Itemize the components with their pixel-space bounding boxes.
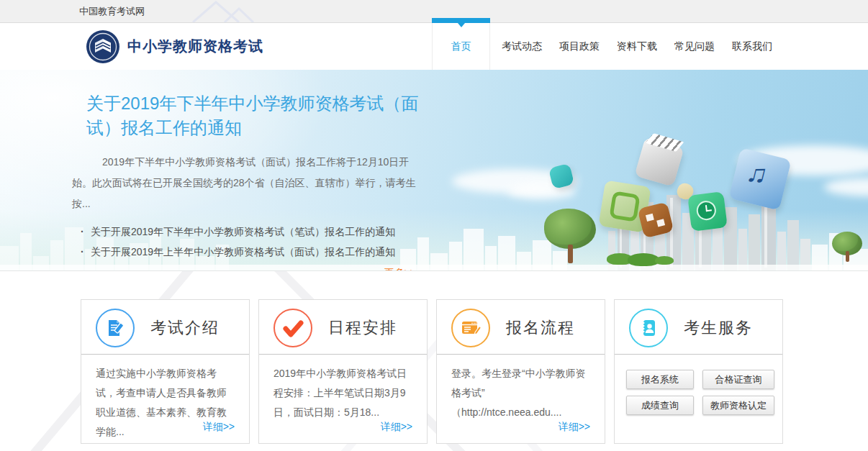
card-body: 2019年中小学教师资格考试日程安排：上半年笔试日期3月9日，面试日期：5月18… [273,364,412,422]
cards-section: 考试介绍 通过实施中小学教师资格考试，考查申请人是否具备教师职业道德、基本素养、… [0,271,868,451]
card-schedule: 日程安排 2019年中小学教师资格考试日程安排：上半年笔试日期3月9日，面试日期… [258,299,428,444]
card-title: 考生服务 [684,317,753,339]
hero-notice-title[interactable]: 关于2019年下半年中小学教师资格考试（面试）报名工作的通知 [86,91,438,140]
mountain-watermark-icon [187,0,273,22]
notice-list: 关于开展2019年下半年中小学教师资格考试（笔试）报名工作的通知 关于开展201… [81,222,416,262]
nav-item-home[interactable]: 首页 [432,23,490,70]
divider [437,354,605,355]
document-pen-icon [96,309,135,347]
nav-item-downloads[interactable]: 资料下载 [617,23,657,70]
brand-title: 中小学教师资格考试 [127,37,263,56]
brand[interactable]: 中小学教师资格考试 [86,23,263,70]
card-head: 报名流程 [437,300,605,347]
card-title: 考试介绍 [150,317,220,339]
main-nav: 首页 考试动态 项目政策 资料下载 常见问题 联系我们 [432,23,772,70]
card-exam-intro: 考试介绍 通过实施中小学教师资格考试，考查申请人是否具备教师职业道德、基本素养、… [81,299,250,444]
notice-link[interactable]: 关于开展2019年上半年中小学教师资格考试（面试）报名工作的通知 [81,242,416,262]
divider [259,354,427,355]
detail-link[interactable]: 详细>> [203,421,235,434]
certificate-query-button[interactable]: 合格证查询 [702,370,774,389]
nav-item-exam-news[interactable]: 考试动态 [502,23,542,70]
checkmark-icon [273,309,312,347]
divider [615,354,782,355]
card-title: 报名流程 [506,317,575,339]
detail-link[interactable]: 详细>> [381,421,412,434]
card-head: 日程安排 [259,300,427,347]
header: 中小学教师资格考试 首页 考试动态 项目政策 资料下载 常见问题 联系我们 [0,23,868,70]
hero-content: 关于2019年下半年中小学教师资格考试（面试）报名工作的通知 2019年下半年中… [72,91,416,271]
floating-cube-piano [634,137,684,186]
hero-summary: 2019年下半年中小学教师资格考试（面试）报名工作将于12月10日开始。此次面试… [72,152,416,214]
notice-link[interactable]: 关于开展2019年下半年中小学教师资格考试（笔试）报名工作的通知 [81,222,416,242]
hero-banner: ♫ 关于2019年下半年中小学教师资格考试（面试）报名工作的通知 2019年下半… [0,70,868,271]
nav-item-project-policy[interactable]: 项目政策 [559,23,600,70]
card-signup-flow: 报名流程 登录。考生登录“中小学教师资格考试”（http://ntce.neea… [436,299,605,444]
card-title: 日程安排 [328,317,397,339]
page: 中国教育考试网 中小学教师资格考试 首页 考试动态 项目政策 资料下载 常见问题… [0,0,868,451]
nav-item-faq[interactable]: 常见问题 [674,23,715,70]
card-head: 考生服务 [615,300,782,347]
nav-item-contact[interactable]: 联系我们 [732,23,772,70]
floating-cube-clock [687,191,728,232]
tree-illustration [832,232,862,262]
service-buttons: 报名系统 合格证查询 成绩查询 教师资格认定 [626,370,782,415]
form-pencil-icon [451,309,490,347]
card-body: 登录。考生登录“中小学教师资格考试”（http://ntce.neea.edu.… [451,364,590,422]
logo-book-emblem-icon [86,30,119,63]
score-query-button[interactable]: 成绩查询 [626,396,694,415]
detail-link[interactable]: 详细>> [559,421,590,434]
bush-illustration [655,256,674,265]
card-head: 考试介绍 [81,300,249,347]
tree-illustration [544,209,596,263]
contact-book-icon [629,309,668,347]
site-name-link[interactable]: 中国教育考试网 [79,0,145,22]
card-candidate-services: 考生服务 报名系统 合格证查询 成绩查询 教师资格认定 [614,299,783,444]
signup-system-button[interactable]: 报名系统 [626,370,694,389]
teacher-qualification-button[interactable]: 教师资格认定 [702,396,774,415]
divider [81,354,249,355]
more-row: 更多>> [72,266,416,271]
